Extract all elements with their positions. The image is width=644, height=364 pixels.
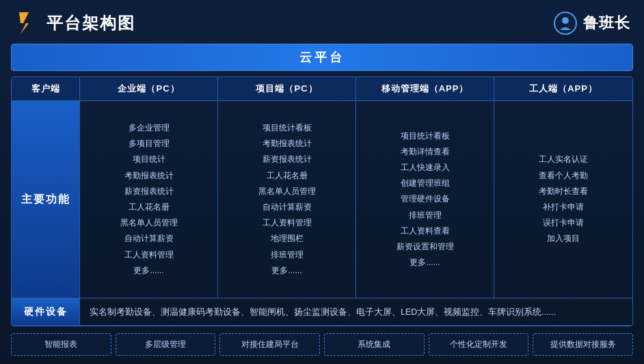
- header-left: 平台架构图: [14, 11, 135, 36]
- list-item: 考勤报表统计: [263, 137, 312, 150]
- feature-row: 智能报表 多层级管理 对接住建局平台 系统集成 个性化定制开发 提供数据对接服务: [11, 333, 633, 356]
- list-item: 加入项目: [547, 232, 580, 245]
- list-item: 自动计算薪资: [263, 201, 312, 214]
- list-item: 项目统计看板: [401, 130, 450, 143]
- header: 平台架构图 鲁班长: [11, 8, 633, 38]
- main-table: 客户端 企业端（PC） 项目端（PC） 移动管理端（APP） 工人端（APP） …: [11, 76, 633, 326]
- svg-point-2: [562, 17, 569, 24]
- feature-item-3: 系统集成: [324, 333, 425, 356]
- list-item: 更多......: [271, 264, 301, 277]
- list-item: 创建管理班组: [401, 177, 450, 190]
- list-item: 多项目管理: [129, 137, 170, 150]
- col-headers-row: 客户端 企业端（PC） 项目端（PC） 移动管理端（APP） 工人端（APP）: [12, 77, 632, 101]
- main-function-row: 主要功能 多企业管理 多项目管理 项目统计 考勤报表统计 薪资报表统计 工人花名…: [12, 101, 632, 298]
- list-item: 工人花名册: [267, 169, 308, 182]
- list-item: 薪资报表统计: [124, 185, 174, 198]
- logo-icon: [14, 11, 38, 36]
- feature-item-5: 提供数据对接服务: [533, 333, 633, 356]
- list-item: 考勤报表统计: [124, 169, 174, 182]
- list-item: 工人资料管理: [263, 216, 312, 229]
- col-header-worker: 工人端（APP）: [494, 77, 632, 100]
- page-title: 平台架构图: [46, 12, 135, 34]
- list-item: 更多......: [410, 256, 440, 269]
- list-item: 黑名单人员管理: [120, 216, 178, 229]
- list-item: 考勤详情查看: [401, 145, 450, 158]
- list-item: 多企业管理: [129, 122, 170, 135]
- list-item: 查看个人考勤: [539, 169, 588, 182]
- hardware-row: 硬件设备 实名制考勤设备、测温健康码考勤设备、智能闸机、扬尘监测设备、电子大屏、…: [12, 298, 632, 326]
- list-item: 项目统计: [133, 153, 165, 166]
- list-item: 黑名单人员管理: [258, 185, 316, 198]
- enterprise-col: 多企业管理 多项目管理 项目统计 考勤报表统计 薪资报表统计 工人花名册 黑名单…: [80, 101, 218, 298]
- hardware-content: 实名制考勤设备、测温健康码考勤设备、智能闸机、扬尘监测设备、电子大屏、LED大屏…: [80, 298, 632, 325]
- list-item: 工人花名册: [129, 201, 170, 214]
- feature-item-0: 智能报表: [11, 333, 111, 356]
- worker-col: 工人实名认证 查看个人考勤 考勤时长查看 补打卡申请 误打卡申请 加入项目: [494, 101, 632, 298]
- list-item: 地理围栏: [271, 232, 304, 245]
- list-item: 排班管理: [409, 209, 442, 222]
- col-header-enterprise: 企业端（PC）: [80, 77, 218, 100]
- list-item: 薪资报表统计: [263, 153, 312, 166]
- hardware-label: 硬件设备: [12, 298, 80, 325]
- list-item: 补打卡申请: [543, 201, 584, 214]
- list-item: 工人资料查看: [401, 225, 450, 238]
- list-item: 项目统计看板: [263, 122, 312, 135]
- svg-marker-0: [19, 12, 29, 34]
- list-item: 排班管理: [271, 249, 304, 262]
- brand-icon: [553, 11, 578, 36]
- list-item: 工人快速录入: [401, 161, 450, 174]
- list-item: 管理硬件设备: [401, 193, 450, 206]
- project-col: 项目统计看板 考勤报表统计 薪资报表统计 工人花名册 黑名单人员管理 自动计算薪…: [218, 101, 356, 298]
- main-function-label: 主要功能: [12, 101, 80, 298]
- list-item: 自动计算薪资: [124, 232, 174, 245]
- mobile-col: 项目统计看板 考勤详情查看 工人快速录入 创建管理班组 管理硬件设备 排班管理 …: [356, 101, 494, 298]
- list-item: 考勤时长查看: [539, 185, 588, 198]
- list-item: 薪资设置和管理: [397, 240, 454, 253]
- feature-item-4: 个性化定制开发: [429, 333, 529, 356]
- list-item: 工人实名认证: [539, 153, 588, 166]
- col-header-project: 项目端（PC）: [218, 77, 356, 100]
- main-container: 平台架构图 鲁班长 云平台 客户端 企业端（PC） 项目端（PC） 移动管理端（…: [0, 0, 644, 364]
- col-header-mobile: 移动管理端（APP）: [356, 77, 494, 100]
- brand-logo: 鲁班长: [553, 11, 630, 36]
- cloud-bar: 云平台: [11, 44, 633, 71]
- list-item: 工人资料管理: [124, 249, 174, 262]
- list-item: 误打卡申请: [543, 216, 584, 229]
- feature-item-1: 多层级管理: [116, 333, 216, 356]
- feature-item-2: 对接住建局平台: [219, 333, 320, 356]
- list-item: 更多......: [133, 264, 163, 277]
- brand-name: 鲁班长: [583, 13, 630, 33]
- col-header-client: 客户端: [12, 77, 80, 100]
